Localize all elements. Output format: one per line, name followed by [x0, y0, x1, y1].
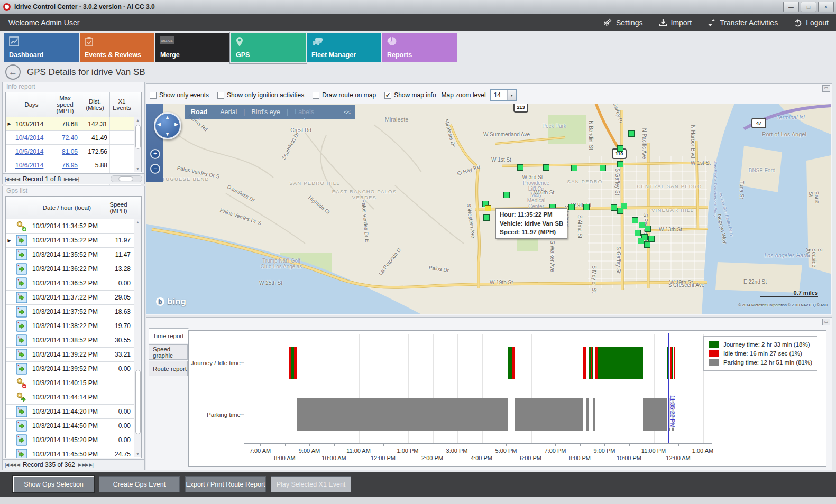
table-row[interactable]: 10/3/2014 11:34:52 PM — [6, 219, 141, 234]
map-marker[interactable] — [517, 164, 523, 171]
map-marker[interactable] — [617, 208, 623, 214]
map-marker[interactable] — [628, 130, 635, 137]
maximize-button[interactable]: □ — [801, 2, 816, 12]
chart-tab-time-report[interactable]: Time report — [149, 328, 189, 343]
pager-first-icon[interactable]: |◀ ◀◀ ◀ — [5, 176, 20, 182]
table-row[interactable]: ▶10/3/2014 11:35:22 PM11.97 — [6, 234, 141, 248]
map-marker[interactable] — [483, 214, 490, 221]
column-header-x1-events[interactable]: X1 Events — [110, 92, 134, 117]
column-header-max-speed-mph-[interactable]: Max speed (MPH) — [50, 92, 80, 117]
map-type-aerial[interactable]: Aerial — [220, 108, 237, 116]
chart-tab-route-report[interactable]: Route report — [149, 361, 188, 376]
table-row[interactable]: 10/3/2014 11:35:52 PM11.47 — [6, 248, 141, 262]
map-marker[interactable] — [611, 204, 617, 211]
map-marker[interactable] — [645, 226, 651, 232]
table-row[interactable]: 10/3/2014 11:44:20 PM0.00 — [6, 405, 141, 419]
table-row[interactable]: 10/3/2014 11:39:22 PM33.21 — [6, 348, 141, 362]
map-marker[interactable] — [617, 145, 623, 152]
checkbox-icon[interactable]: ✓ — [384, 92, 391, 99]
tab-dashboard[interactable]: Dashboard — [4, 33, 79, 62]
info-scrollbar[interactable]: ▲ ▼ — [134, 117, 141, 172]
map-bar-collapse-icon[interactable]: << — [344, 109, 351, 115]
button-export-print-route-report[interactable]: Export / Print Route Report — [185, 476, 266, 492]
column-header-date-hour-local-[interactable]: Date / hour (local) — [30, 197, 104, 219]
max-speed-link[interactable]: 72.40 — [62, 134, 78, 142]
map-marker[interactable] — [635, 230, 641, 236]
menu-item-transfer-activities[interactable]: Transfer Activities — [708, 18, 778, 27]
column-header-dist-miles-[interactable]: Dist. (Miles) — [80, 92, 110, 117]
table-row[interactable]: 10/3/2014 11:44:14 PM — [6, 390, 141, 405]
button-create-gps-event[interactable]: Create Gps Event — [99, 476, 180, 492]
column-header-days[interactable]: Days — [13, 92, 50, 117]
pager-last-icon[interactable]: ▶ ▶▶ ▶| — [64, 176, 79, 182]
map-viewport[interactable]: MiralestePeck ParkW Summerland AveCrest … — [146, 104, 831, 314]
map-type-bird-s-eye[interactable]: Bird's eye — [251, 108, 280, 116]
tab-fleet-manager[interactable]: Fleet Manager — [307, 33, 381, 62]
map-pan-compass[interactable]: ▲▼ ◀▶ — [154, 112, 181, 139]
table-row[interactable]: 10/3/2014 11:40:15 PM — [6, 376, 141, 390]
checkbox-show-map-info[interactable]: ✓Show map info — [384, 91, 436, 99]
day-link[interactable]: 10/4/2014 — [15, 134, 43, 142]
table-row[interactable]: ▶10/3/201478.68142.31 — [6, 117, 141, 131]
map-zoom-in-icon[interactable]: + — [150, 149, 160, 159]
map-marker[interactable] — [583, 204, 590, 210]
close-button[interactable]: × — [818, 2, 834, 12]
map-marker[interactable] — [632, 217, 638, 223]
table-row[interactable]: 10/5/201481.05172.56 — [6, 145, 141, 158]
pager-last-icon[interactable]: ▶ ▶▶ ▶| — [78, 462, 93, 468]
table-row[interactable]: 10/3/2014 11:45:20 PM0.00 — [6, 433, 141, 447]
max-speed-link[interactable]: 78.68 — [62, 120, 78, 128]
checkbox-show-only-events[interactable]: Show only events — [150, 91, 209, 99]
table-row[interactable]: 10/3/2014 11:45:50 PM24.75 — [6, 447, 141, 458]
checkbox-show-only-ignition-activities[interactable]: Show only ignition activities — [217, 91, 304, 99]
gps-scrollbar[interactable]: ▲ ▼ — [134, 219, 141, 457]
table-row[interactable]: 10/3/2014 11:38:22 PM19.70 — [6, 319, 141, 333]
map-marker[interactable] — [617, 161, 623, 167]
table-row[interactable]: 10/3/2014 11:38:52 PM30.55 — [6, 333, 141, 348]
pager-hscrollbar[interactable] — [111, 175, 142, 182]
dropdown-arrow-icon[interactable]: ▼ — [507, 90, 516, 100]
map-marker[interactable] — [600, 165, 606, 171]
day-link[interactable]: 10/3/2014 — [15, 120, 43, 128]
table-row[interactable]: 10/6/201476.955.88 — [6, 158, 141, 172]
table-row[interactable]: 10/4/201472.4041.49 — [6, 131, 141, 145]
menu-item-import[interactable]: Import — [659, 18, 692, 27]
pager-first-icon[interactable]: |◀ ◀◀ ◀ — [5, 462, 20, 468]
table-row[interactable]: 10/3/2014 11:36:52 PM0.00 — [6, 276, 141, 291]
map-marker[interactable] — [644, 241, 650, 248]
map-marker[interactable] — [638, 238, 644, 244]
column-header-speed-mph-[interactable]: Speed (MPH) — [104, 197, 133, 219]
menu-item-settings[interactable]: Settings — [603, 18, 643, 27]
tab-merge[interactable]: MERGEMerge — [155, 33, 230, 62]
table-row[interactable]: 10/3/2014 11:44:50 PM0.00 — [6, 419, 141, 433]
tab-gps[interactable]: GPS — [231, 33, 306, 62]
menu-item-logout[interactable]: Logout — [794, 18, 829, 27]
map-type-labels[interactable]: Labels▲ — [295, 108, 314, 116]
button-show-gps-selection[interactable]: Show Gps Selection — [13, 476, 94, 492]
checkbox-icon[interactable] — [313, 92, 319, 99]
back-button[interactable]: ← — [5, 64, 21, 80]
map-collapse-icon[interactable]: ▭ — [822, 85, 830, 92]
minimize-button[interactable]: — — [783, 2, 799, 12]
checkbox-icon[interactable] — [217, 92, 224, 99]
map-marker[interactable] — [571, 165, 577, 171]
table-row[interactable]: 10/3/2014 11:37:52 PM18.63 — [6, 305, 141, 319]
checkbox-icon[interactable] — [150, 92, 157, 99]
chart-tab-speed-graphic[interactable]: Speed graphic — [149, 344, 188, 360]
map-marker[interactable] — [568, 204, 575, 210]
table-row[interactable]: 10/3/2014 11:37:22 PM29.05 — [6, 291, 141, 305]
map-marker[interactable] — [543, 164, 549, 171]
map-zoom-out-icon[interactable]: − — [150, 164, 160, 174]
table-row[interactable]: 10/3/2014 11:36:22 PM13.28 — [6, 262, 141, 276]
day-link[interactable]: 10/5/2014 — [15, 148, 43, 155]
map-marker-selected[interactable] — [485, 205, 491, 211]
max-speed-link[interactable]: 81.05 — [62, 148, 78, 155]
checkbox-draw-route-on-map[interactable]: Draw route on map — [313, 91, 376, 99]
tab-reports[interactable]: Reports — [382, 33, 457, 62]
max-speed-link[interactable]: 76.95 — [62, 162, 78, 169]
map-zoom-level-select[interactable]: 14▼ — [490, 89, 517, 101]
table-row[interactable]: 10/3/2014 11:39:52 PM0.00 — [6, 362, 141, 376]
chart-collapse-icon[interactable]: ▭ — [822, 319, 830, 325]
map-marker[interactable] — [503, 192, 510, 198]
tab-events-reviews[interactable]: Events & Reviews — [80, 33, 154, 62]
